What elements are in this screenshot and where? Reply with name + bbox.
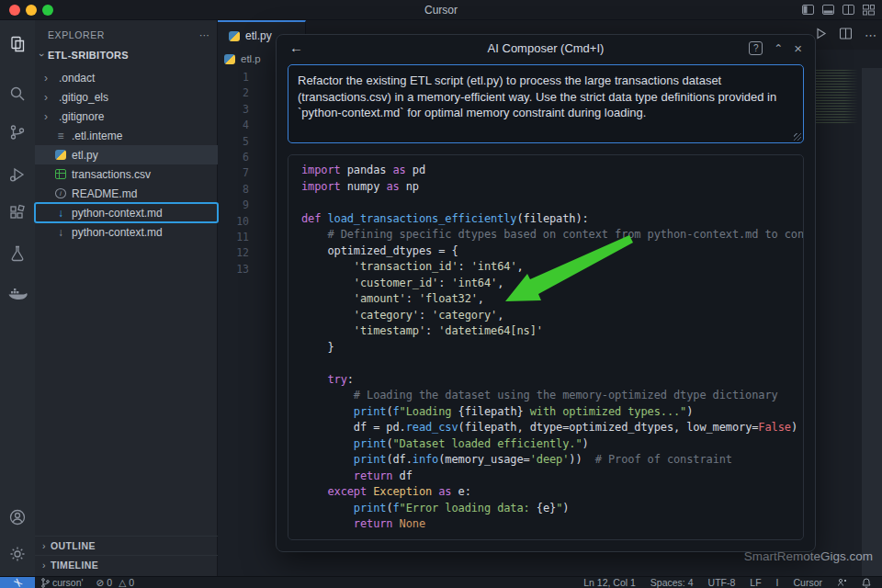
code-line: return df	[301, 469, 799, 485]
file-tree: ›.ondact›.gitigo_els›.gitignore≡.etl.int…	[35, 68, 218, 242]
code-line	[301, 356, 799, 372]
more-actions-icon[interactable]: ⋯	[865, 28, 876, 42]
code-line	[301, 195, 799, 211]
line-number: 6	[218, 150, 249, 165]
timeline-label: TIMELINE	[51, 560, 98, 571]
problems-item[interactable]: ⊘ 0 △ 0	[90, 577, 141, 588]
explorer-sidebar: EXPLORER ⋯ › ETL-SRIBITORS ›.ondact›.git…	[35, 20, 218, 576]
extensions-icon[interactable]	[0, 195, 35, 232]
file-label: etl.py	[72, 149, 98, 162]
toggle-sidebar-icon[interactable]	[802, 4, 814, 16]
run-debug-icon[interactable]	[0, 156, 35, 193]
remote-indicator[interactable]: ><	[0, 577, 35, 588]
chevron-right-icon: ›	[44, 91, 53, 104]
code-line: import numpy as np	[301, 179, 799, 196]
outline-section[interactable]: › OUTLINE	[35, 536, 218, 555]
file-item-transactions-csv[interactable]: transactions.csv	[35, 164, 218, 184]
file-label: python-context.md	[72, 226, 163, 239]
explorer-more-actions-icon[interactable]: ⋯	[199, 29, 209, 40]
line-numbers: 12345678910111213	[218, 70, 249, 277]
account-icon[interactable]	[0, 499, 35, 536]
errors-count: 0	[107, 577, 112, 588]
file-label: python-context.md	[72, 207, 163, 220]
code-preview-panel: import pandas as pdimport numpy as np de…	[288, 154, 804, 540]
python-file-icon	[224, 54, 235, 64]
workspace-root-label: ETL-SRIBITORS	[48, 50, 129, 61]
search-icon[interactable]	[0, 75, 35, 112]
file-label: .ondact	[59, 72, 95, 85]
line-number: 7	[218, 165, 249, 181]
file-item-README-md[interactable]: iREADME.md	[35, 184, 218, 203]
customize-layout-icon[interactable]	[863, 4, 875, 16]
file-label: .etl.inteme	[72, 130, 122, 142]
bell-icon[interactable]	[856, 577, 876, 588]
line-number: 4	[218, 118, 249, 133]
help-icon[interactable]: ?	[749, 41, 763, 55]
testing-icon[interactable]	[0, 235, 35, 272]
file-item-etl-py[interactable]: etl.py	[35, 145, 218, 164]
file-label: README.md	[72, 187, 137, 200]
minimap[interactable]	[812, 70, 858, 125]
settings-gear-icon[interactable]	[0, 536, 35, 572]
arrow-down-icon: ↓	[55, 227, 66, 238]
toggle-panel-icon[interactable]	[822, 4, 834, 16]
line-number: 1	[218, 70, 249, 85]
code-line: 'timestamp': 'datetime64[ns]'	[301, 323, 799, 340]
branch-item[interactable]: curson'	[35, 577, 90, 588]
activity-bar	[0, 20, 35, 576]
breadcrumb-label: etl.p	[241, 53, 261, 64]
prompt-input[interactable]: Refactor the existing ETL script (etl.py…	[288, 64, 804, 143]
branch-icon	[41, 578, 50, 588]
file-item-python-context-md[interactable]: ↓python-context.md	[35, 203, 218, 222]
timeline-section[interactable]: › TIMELINE	[35, 555, 218, 574]
status-bar: >< curson' ⊘ 0 △ 0 Ln 12, Col 1Spaces: 4…	[0, 576, 882, 588]
source-control-icon[interactable]	[0, 114, 35, 151]
code-line: df = pd.read_csv(filepath, dtype=optimiz…	[301, 420, 799, 436]
file-item-ondact[interactable]: ›.ondact	[35, 68, 218, 87]
docker-icon[interactable]	[0, 276, 35, 312]
file-item-gitignore[interactable]: ›.gitignore	[35, 107, 218, 126]
status-right-group: Ln 12, Col 1Spaces: 4UTF-8LFICursor	[578, 577, 882, 588]
line-number: 10	[218, 214, 249, 230]
line-number: 3	[218, 102, 249, 118]
list-file-icon: ≡	[55, 130, 66, 141]
code-line: print("Dataset loaded efficiently.")	[301, 436, 799, 453]
errors-icon: ⊘	[96, 577, 105, 588]
status-item[interactable]: Spaces: 4	[645, 577, 699, 588]
explorer-header-label: EXPLORER	[48, 29, 105, 40]
code-line: }	[301, 340, 799, 356]
file-item-etl-inteme[interactable]: ≡.etl.inteme	[35, 126, 218, 145]
workspace-root-folder[interactable]: › ETL-SRIBITORS	[40, 50, 129, 61]
chevron-right-icon: ›	[44, 72, 53, 85]
status-item[interactable]: LF	[744, 577, 766, 588]
split-editor-icon[interactable]	[840, 27, 852, 43]
resize-handle[interactable]	[794, 133, 801, 141]
code-line: def load_transactions_efficiently(filepa…	[301, 211, 799, 228]
line-number: 5	[218, 134, 249, 150]
arrow-down-icon: ↓	[55, 208, 66, 219]
run-file-icon[interactable]	[815, 27, 827, 43]
composer-header: ← AI Composer (Cmd+I) ? ⌃ ×	[277, 35, 815, 62]
file-label: .gitigo_els	[59, 91, 108, 104]
breadcrumb[interactable]: etl.p	[224, 53, 261, 64]
file-item-python-context-md[interactable]: ↓python-context.md	[35, 222, 218, 242]
file-item-gitigo-els[interactable]: ›.gitigo_els	[35, 87, 218, 107]
csv-file-icon	[55, 169, 66, 179]
code-line: import pandas as pd	[301, 163, 799, 179]
toggle-secondary-sidebar-icon[interactable]	[842, 4, 854, 16]
outline-label: OUTLINE	[51, 540, 96, 551]
composer-title: AI Composer (Cmd+I)	[277, 41, 815, 55]
code-line: try:	[301, 372, 799, 389]
status-item[interactable]: Cursor	[787, 577, 828, 588]
warnings-count: 0	[129, 577, 134, 588]
file-label: .gitignore	[59, 110, 104, 123]
close-icon[interactable]: ×	[794, 40, 802, 56]
minimap-gutter[interactable]	[862, 68, 882, 576]
status-item[interactable]: I	[771, 577, 785, 588]
collapse-chevron-icon[interactable]: ⌃	[774, 42, 783, 55]
status-item[interactable]: UTF-8	[703, 577, 741, 588]
status-item[interactable]: Ln 12, Col 1	[578, 577, 641, 588]
window-title: Cursor	[0, 4, 882, 17]
explorer-icon[interactable]	[0, 26, 35, 62]
feedback-icon[interactable]	[831, 577, 853, 588]
